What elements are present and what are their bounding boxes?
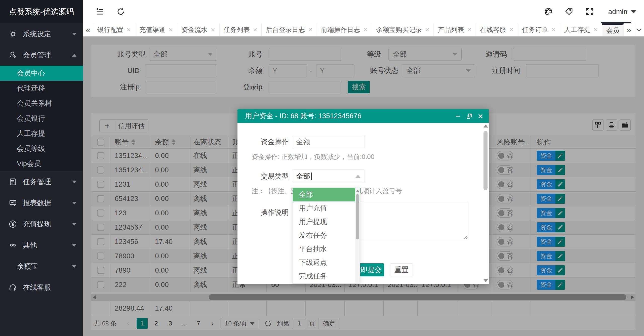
yen-circle-icon	[8, 220, 17, 229]
scroll-down-icon[interactable]	[484, 279, 488, 282]
sidebar-item-member-bank[interactable]: 会员银行	[0, 111, 83, 126]
sidebar-item-system[interactable]: 系统设定	[0, 23, 83, 45]
infinity-icon	[8, 241, 17, 250]
sidebar-item-label: 其他	[23, 240, 37, 250]
sidebar-item-recharge[interactable]: 充值提现	[0, 214, 83, 235]
tabs-scroll-left[interactable]: «	[83, 23, 93, 36]
close-icon[interactable]: ✕	[126, 27, 131, 33]
tabs-scroll-right[interactable]: »	[624, 23, 634, 36]
tab-recharge-channel[interactable]: 充值渠道✕	[135, 23, 177, 36]
scroll-up-icon[interactable]	[356, 190, 359, 192]
sidebar-item-other[interactable]: 其他	[0, 235, 83, 256]
theme-palette-icon[interactable]	[544, 7, 553, 17]
option-sub-rebate[interactable]: 下级返点	[293, 256, 360, 269]
close-icon[interactable]: ✕	[211, 27, 215, 33]
scrollbar-thumb[interactable]	[484, 131, 488, 190]
collapse-menu-icon[interactable]	[95, 7, 105, 17]
tab-admin-login-log[interactable]: 后台登录日志✕	[262, 23, 317, 36]
sidebar-item-vip[interactable]: Vip会员	[0, 156, 83, 171]
tab-task-list[interactable]: 任务列表✕	[220, 23, 262, 36]
caret-down-icon	[631, 10, 636, 13]
fullscreen-icon[interactable]	[585, 7, 595, 17]
close-icon[interactable]: ✕	[169, 27, 173, 33]
topbar: admin	[83, 0, 644, 24]
headset-icon	[8, 283, 17, 292]
scroll-up-icon[interactable]	[484, 124, 488, 128]
username: admin	[608, 8, 627, 16]
tab-fund-flow[interactable]: 资金流水✕	[177, 23, 219, 36]
trade-type-dropdown: 全部 用户充值 用户提现 发布任务 平台抽水 下级返点 完成任务	[293, 188, 360, 284]
member-submenu: 会员中心 代理迁移 会员关系树 会员银行 人工存提 会员等级 Vip会员	[0, 66, 83, 171]
sidebar-item-member[interactable]: 会员管理	[0, 45, 83, 66]
trade-type-select[interactable]: 全部	[292, 170, 365, 183]
option-all[interactable]: 全部	[293, 188, 360, 201]
close-icon[interactable]: ✕	[593, 27, 598, 33]
refresh-icon[interactable]	[116, 7, 126, 17]
app-logo: 点赞系统-优选源码	[0, 0, 83, 23]
sidebar-item-manual-deposit[interactable]: 人工存提	[0, 126, 83, 141]
modal-body: 资金操作 资金操作: 正数增加，负数减少，当前:0.00 交易类型 全部 注：【…	[237, 123, 489, 284]
maximize-icon[interactable]	[466, 112, 473, 120]
modal-scrollbar[interactable]	[483, 124, 488, 282]
option-publish-task[interactable]: 发布任务	[293, 229, 360, 242]
sidebar-item-label: 会员管理	[23, 50, 51, 60]
gear-icon	[8, 29, 17, 38]
tag-icon[interactable]	[565, 7, 574, 17]
sidebar-item-service[interactable]: 在线客服	[0, 277, 83, 298]
option-platform-cut[interactable]: 平台抽水	[293, 242, 360, 256]
close-icon[interactable]: ✕	[363, 27, 368, 33]
screen: 点赞系统-优选源码 系统设定 会员管理 会员中心 代理迁移 会员关系树 会员银行…	[0, 0, 644, 336]
chevron-down-icon	[72, 181, 76, 183]
modal-header[interactable]: 用户资金 - ID: 68 账号: 13512345676	[237, 109, 489, 123]
close-icon[interactable]	[477, 112, 484, 120]
user-menu[interactable]: admin	[608, 0, 636, 23]
tabs-menu-icon[interactable]	[634, 23, 644, 36]
minimize-icon[interactable]	[454, 112, 462, 120]
chevron-down-icon	[72, 202, 76, 204]
sidebar-item-member-level[interactable]: 会员等级	[0, 141, 83, 156]
option-complete-task[interactable]: 完成任务	[293, 269, 360, 283]
close-icon[interactable]: ✕	[509, 27, 514, 33]
desc-label: 操作说明	[237, 207, 289, 218]
tabbar: « 银行配置✕ 充值渠道✕ 资金流水✕ 任务列表✕ 后台登录日志✕ 前端操作日志…	[83, 23, 644, 36]
chevron-down-icon	[72, 223, 76, 226]
sidebar-item-yuebao[interactable]: 余额宝	[0, 256, 83, 277]
sidebar-item-report[interactable]: 报表数据	[0, 192, 83, 214]
close-icon[interactable]: ✕	[253, 27, 257, 33]
close-icon[interactable]: ✕	[551, 27, 556, 33]
scrollbar-thumb[interactable]	[356, 194, 359, 239]
tab-member-active[interactable]: 会员	[602, 23, 624, 36]
sidebar-item-task[interactable]: 任务管理	[0, 171, 83, 192]
sidebar-item-member-center[interactable]: 会员中心	[0, 66, 83, 81]
tab-product-list[interactable]: 产品列表✕	[434, 23, 476, 36]
option-user-withdraw[interactable]: 用户提现	[293, 215, 360, 229]
tab-manual-deposit[interactable]: 人工存提✕	[560, 23, 602, 36]
option-user-recharge[interactable]: 用户充值	[293, 201, 360, 215]
dropdown-scrollbar[interactable]	[355, 188, 360, 283]
close-icon[interactable]: ✕	[308, 27, 312, 33]
chart-board-icon	[8, 198, 17, 207]
tab-online-service[interactable]: 在线客服✕	[476, 23, 518, 36]
chevron-up-icon	[72, 54, 76, 57]
trade-type-label: 交易类型	[237, 171, 289, 181]
user-icon	[8, 51, 17, 60]
sidebar-item-agent-migrate[interactable]: 代理迁移	[0, 81, 83, 96]
close-icon[interactable]: ✕	[467, 27, 471, 33]
text-cursor	[311, 173, 312, 180]
close-icon[interactable]: ✕	[425, 27, 429, 33]
sidebar-item-label: 在线客服	[23, 283, 51, 292]
tab-front-op-log[interactable]: 前端操作日志✕	[317, 23, 372, 36]
fund-amount-input[interactable]	[292, 135, 365, 148]
modal-title: 用户资金 - ID: 68 账号: 13512345676	[245, 111, 361, 121]
reset-button[interactable]: 重置	[390, 263, 413, 276]
chevron-down-icon	[72, 265, 76, 268]
tab-bank-config[interactable]: 银行配置✕	[93, 23, 135, 36]
sidebar-item-label: 系统设定	[23, 29, 51, 39]
tab-task-order[interactable]: 任务订单✕	[518, 23, 560, 36]
sidebar-item-label: 充值提现	[23, 219, 51, 229]
sidebar-item-relation-tree[interactable]: 会员关系树	[0, 96, 83, 111]
tab-yuebao-records[interactable]: 余额宝购买记录✕	[372, 23, 434, 36]
chevron-down-icon	[72, 244, 76, 247]
sidebar-item-label: 报表数据	[23, 198, 51, 208]
user-fund-modal: 用户资金 - ID: 68 账号: 13512345676 资金操作 资金操作:…	[237, 109, 489, 284]
